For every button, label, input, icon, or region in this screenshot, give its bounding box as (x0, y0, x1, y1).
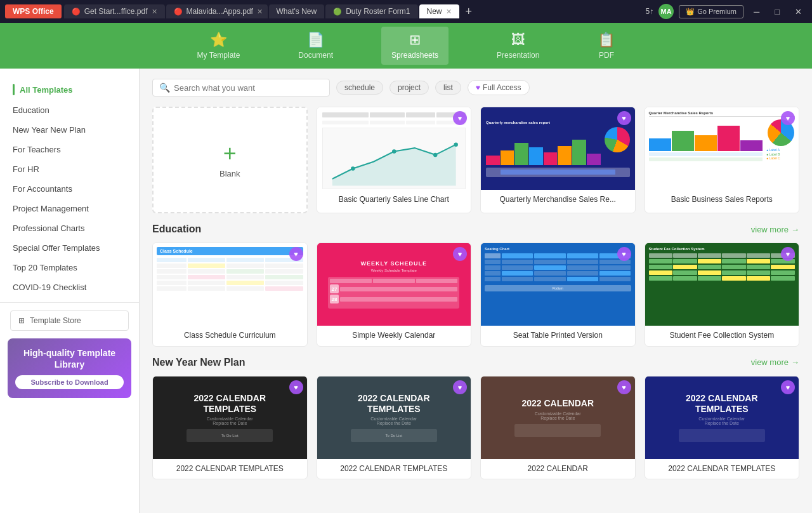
nav-pdf[interactable]: 📋 PDF (587, 27, 625, 65)
sidebar-item-project-management[interactable]: Project Management (0, 199, 139, 218)
tab-get-start[interactable]: 🔴 Get Start...ffice.pdf ✕ (64, 4, 165, 18)
template-card-fee[interactable]: ♥ Student Fee Collection System (645, 243, 800, 347)
project-tag[interactable]: project (390, 81, 429, 95)
fav-badge-cal-dark2[interactable]: ♥ (453, 380, 467, 394)
for-accountants-label: For Accountants (13, 184, 72, 194)
template-card-seat[interactable]: ♥ Seating Chart (480, 243, 636, 347)
sidebar-item-for-accountants[interactable]: For Accountants (0, 179, 139, 199)
new-year-grid: ♥ 2022 CALENDARTEMPLATES Customizable Ca… (152, 376, 799, 480)
nav-my-template[interactable]: ⭐ My Template (187, 27, 251, 65)
new-year-view-more[interactable]: view more → (751, 357, 799, 367)
search-bar: 🔍 schedule project list ♥ Full Access (152, 79, 799, 97)
favorite-badge-3[interactable]: ♥ (781, 111, 795, 125)
covid-label: COVID-19 Checklist (13, 283, 86, 292)
sidebar-item-for-hr[interactable]: For HR (0, 159, 139, 179)
file-icon: 5↑ (645, 7, 653, 16)
template-card-cal-brown[interactable]: ♥ 2022 CALENDAR Customizable Calendar Re… (480, 376, 636, 480)
tab-duty-roster[interactable]: 🟢 Duty Roster Form1 (325, 4, 417, 18)
new-tab-button[interactable]: + (461, 5, 478, 18)
template-name-class: Class Schedule Curriculum (153, 326, 307, 346)
new-year-title: New Year New Plan (152, 357, 245, 368)
template-card-biz[interactable]: ♥ Quarter Merchandise Sales Reports (645, 107, 800, 213)
go-premium-button[interactable]: 👑 Go Premium (679, 5, 743, 18)
tab-label-3: What's New (277, 7, 317, 16)
nav-spreadsheets[interactable]: ⊞ Spreadsheets (381, 27, 449, 65)
template-thumb-class: ♥ Class Schedule (153, 243, 307, 326)
template-thumb-biz: ♥ Quarter Merchandise Sales Reports (645, 107, 799, 190)
tab-label-5: New (427, 7, 442, 16)
sidebar-item-special-offer[interactable]: Special Offer Templates (0, 238, 139, 258)
for-hr-label: For HR (13, 164, 39, 174)
full-access-label: Full Access (483, 83, 521, 92)
sidebar-item-new-year[interactable]: New Year New Plan (0, 120, 139, 140)
template-name-cal-dark3: 2022 CALENDAR TEMPLATES (645, 459, 799, 479)
for-teachers-label: For Teachers (13, 145, 61, 154)
tab-close-icon[interactable]: ✕ (152, 8, 157, 16)
crown-icon: 👑 (686, 8, 695, 16)
fav-badge-cal-dark3[interactable]: ♥ (781, 380, 795, 394)
education-view-more[interactable]: view more → (751, 225, 799, 234)
education-label: Education (13, 105, 49, 115)
nav-presentation[interactable]: 🖼 Presentation (487, 27, 549, 65)
minimize-button[interactable]: ─ (749, 7, 764, 17)
template-card-sales-line[interactable]: ♥ (317, 107, 472, 213)
favorite-badge[interactable]: ♥ (453, 111, 467, 125)
tab-close-icon-2[interactable]: ✕ (257, 8, 263, 16)
professional-charts-label: Professional Charts (13, 223, 84, 233)
pdf-icon-2: 🔴 (174, 8, 183, 16)
navbar: ⭐ My Template 📄 Document ⊞ Spreadsheets … (0, 23, 812, 69)
tab-whats-new[interactable]: What's New (269, 4, 325, 18)
sidebar-item-education[interactable]: Education (0, 100, 139, 120)
template-store-button[interactable]: ⊞ Template Store (10, 310, 129, 331)
template-name-seat: Seat Table Printed Version (481, 326, 635, 346)
tab-new[interactable]: New ✕ (419, 4, 459, 18)
active-indicator (13, 84, 15, 95)
template-name-fee: Student Fee Collection System (645, 326, 799, 346)
fav-badge-weekly[interactable]: ♥ (453, 247, 467, 261)
nav-document[interactable]: 📄 Document (288, 27, 343, 65)
template-thumb-fee: ♥ Student Fee Collection System (645, 243, 799, 326)
template-card-weekly[interactable]: ♥ WEEKLY SCHEDULE Weekly Schedule Templa… (317, 243, 472, 347)
template-card-class[interactable]: ♥ Class Schedule (152, 243, 308, 347)
user-avatar: MA (658, 4, 674, 19)
new-year-section-header: New Year New Plan view more → (152, 357, 799, 368)
special-offer-label: Special Offer Templates (13, 243, 100, 253)
search-input[interactable] (174, 83, 313, 93)
arrow-right-icon-2: → (791, 357, 799, 367)
list-tag[interactable]: list (435, 81, 461, 95)
template-thumb-cal-dark3: ♥ 2022 CALENDARTEMPLATES Customizable Ca… (645, 376, 799, 459)
wps-logo-button[interactable]: WPS Office (5, 4, 62, 18)
close-button[interactable]: ✕ (790, 7, 807, 17)
full-access-button[interactable]: ♥ Full Access (468, 80, 530, 95)
template-card-cal-dark[interactable]: ♥ 2022 CALENDARTEMPLATES Customizable Ca… (152, 376, 308, 480)
nav-spreadsheets-label: Spreadsheets (391, 51, 438, 60)
fav-badge-fee[interactable]: ♥ (781, 247, 795, 261)
fav-badge-class[interactable]: ♥ (289, 247, 303, 261)
search-input-wrap[interactable]: 🔍 (152, 79, 330, 97)
heart-icon: ♥ (476, 83, 480, 92)
tab-close-icon-5[interactable]: ✕ (446, 8, 452, 16)
blank-template-card[interactable]: + Blank (152, 107, 308, 213)
favorite-badge-2[interactable]: ♥ (617, 111, 631, 125)
fav-badge-cal-brown[interactable]: ♥ (617, 380, 631, 394)
pdf-nav-icon: 📋 (598, 32, 615, 48)
sidebar-item-all-templates[interactable]: All Templates (0, 79, 139, 100)
template-card-cal-dark3[interactable]: ♥ 2022 CALENDARTEMPLATES Customizable Ca… (645, 376, 800, 480)
template-card-cal-dark2[interactable]: ♥ 2022 CALENDARTEMPLATES Customizable Ca… (317, 376, 472, 480)
project-management-label: Project Management (13, 204, 89, 213)
new-year-label: New Year New Plan (13, 125, 86, 135)
subscribe-button[interactable]: Subscribe to Download (15, 375, 124, 389)
schedule-tag[interactable]: schedule (336, 81, 383, 95)
fav-badge-cal-dark[interactable]: ♥ (289, 380, 303, 394)
template-card-merch[interactable]: ♥ Quarterly merchandise sales report (480, 107, 636, 213)
maximize-button[interactable]: □ (769, 7, 785, 17)
nav-document-label: Document (298, 51, 333, 60)
arrow-right-icon: → (791, 225, 799, 234)
my-template-icon: ⭐ (210, 32, 227, 48)
sidebar-item-professional-charts[interactable]: Professional Charts (0, 218, 139, 238)
sidebar-item-top-20[interactable]: Top 20 Templates (0, 258, 139, 277)
tab-malavida[interactable]: 🔴 Malavida...Apps.pdf ✕ (166, 4, 268, 18)
sidebar-item-for-teachers[interactable]: For Teachers (0, 140, 139, 159)
education-section-header: Education view more → (152, 223, 799, 235)
sidebar-item-covid[interactable]: COVID-19 Checklist (0, 277, 139, 297)
